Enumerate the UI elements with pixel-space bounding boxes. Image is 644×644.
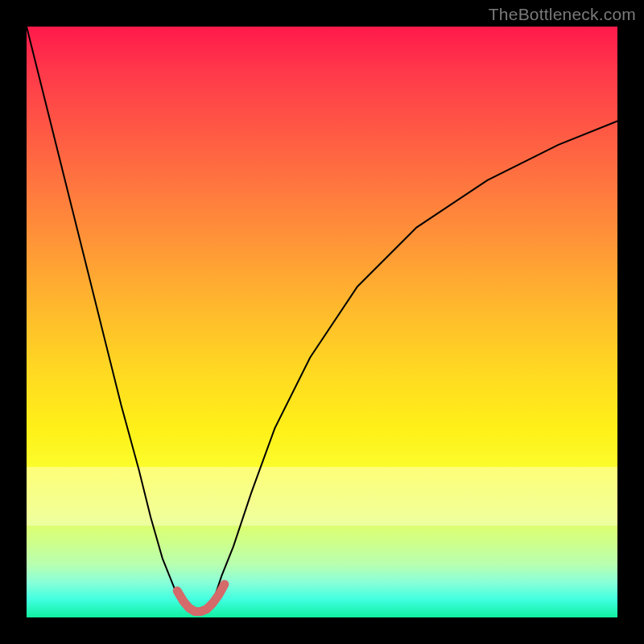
chart-plot-area	[27, 27, 617, 617]
bottleneck-curve	[27, 27, 617, 612]
chart-frame: TheBottleneck.com	[0, 0, 644, 644]
chart-svg	[27, 27, 617, 617]
watermark-text: TheBottleneck.com	[489, 5, 636, 24]
optimum-marker	[177, 584, 225, 612]
